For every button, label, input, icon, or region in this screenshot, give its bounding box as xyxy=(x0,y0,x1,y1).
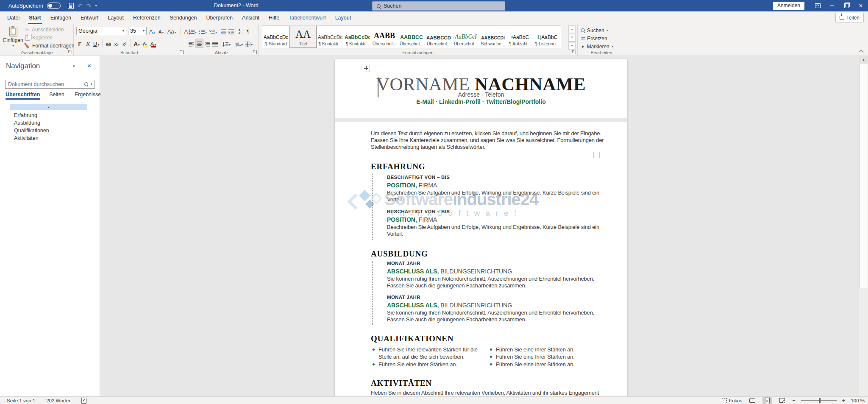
redo-icon[interactable]: ↷ xyxy=(86,3,92,9)
align-right-button[interactable] xyxy=(204,39,211,48)
decrease-indent-button[interactable] xyxy=(220,26,227,36)
style-kontakt2[interactable]: AaBbCcDc ¶ Kontakti... xyxy=(344,26,371,48)
style-ueberschrift1[interactable]: AABB Überschrif... xyxy=(371,26,398,48)
tab-start[interactable]: Start xyxy=(24,11,45,24)
word-count[interactable]: 202 Wörter xyxy=(46,398,70,403)
skill-right-3[interactable]: Führen Sie eine Ihrer Stärken an. xyxy=(496,361,575,368)
table-move-handle-icon[interactable] xyxy=(363,65,370,72)
tab-referenzen[interactable]: Referenzen xyxy=(128,11,165,24)
style-titel[interactable]: AA Titel xyxy=(289,26,317,48)
nav-tab-seiten[interactable]: Seiten xyxy=(49,92,64,100)
style-aufzaehlung[interactable]: • AaBbC ¶ Aufzähl... xyxy=(506,26,534,48)
skill-left-1-line2[interactable]: Stelle an, auf die Sie sich bewerben. xyxy=(378,354,465,360)
style-ueberschrift3[interactable]: AABBCCD Überschrif... xyxy=(425,26,452,48)
tab-entwurf[interactable]: Entwurf xyxy=(76,11,103,24)
skill-left-2[interactable]: Führen Sie eine Ihrer Stärken an. xyxy=(378,361,457,368)
shading-button[interactable]: ▾ xyxy=(234,39,244,48)
job1-description[interactable]: Beschreiben Sie Aufgaben und Erfolge, Wi… xyxy=(387,189,599,203)
align-left-button[interactable] xyxy=(188,39,195,48)
subscript-button[interactable]: x₂ xyxy=(113,39,120,48)
absatz-dialog-launcher-icon[interactable] xyxy=(253,50,257,54)
share-button[interactable]: Teilen xyxy=(835,13,864,22)
copy-button[interactable]: Kopieren xyxy=(25,34,74,41)
nav-heading-qualifikationen[interactable]: Qualifikationen xyxy=(14,128,49,134)
proofing-icon[interactable] xyxy=(81,398,86,404)
select-button[interactable]: ➤ Markieren ▾ xyxy=(581,43,613,50)
zoom-slider[interactable] xyxy=(801,400,837,401)
bold-button[interactable]: F xyxy=(76,39,83,48)
format-painter-button[interactable]: Format übertragen xyxy=(25,42,74,49)
heading-aktivitaeten[interactable]: AKTIVITÄTEN xyxy=(371,379,432,388)
navigation-pane-close-icon[interactable]: × xyxy=(87,62,91,69)
numbering-button[interactable]: ▾ xyxy=(198,26,208,36)
tab-tabellen-layout[interactable]: Layout xyxy=(331,11,356,24)
zoom-in-button[interactable]: + xyxy=(842,397,846,404)
heading-qualifikationen[interactable]: QUALIFIKATIONEN xyxy=(371,334,453,343)
job1-dates[interactable]: BESCHÄFTIGT VON – BIS xyxy=(387,175,450,180)
edu1-description[interactable]: Sie können ruhig Ihren Notendurchschnitt… xyxy=(387,276,594,289)
style-kontakt1[interactable]: AaBbCcDc ¶ Kontakti... xyxy=(317,26,344,48)
edu2-description[interactable]: Sie können ruhig Ihren Notendurchschnitt… xyxy=(387,309,594,323)
skill-left-1-line1[interactable]: Führen Sie Ihre relevanten Stärken für d… xyxy=(378,346,478,353)
style-standard[interactable]: AaBbCcDc ¶ Standard xyxy=(262,26,289,48)
heading-erfahrung[interactable]: ERFAHRUNG xyxy=(371,162,425,171)
web-layout-button[interactable] xyxy=(777,397,787,404)
zwischenablage-dialog-launcher-icon[interactable] xyxy=(68,50,72,54)
nav-heading-aktivitaeten[interactable]: Aktivitäten xyxy=(14,135,39,141)
shrink-font-button[interactable]: A▾ xyxy=(158,26,165,36)
align-center-button[interactable] xyxy=(195,39,203,48)
nav-heading-erfahrung[interactable]: Erfahrung xyxy=(14,112,37,118)
document-search-dropdown-icon[interactable]: ▾ xyxy=(91,83,92,86)
save-icon[interactable] xyxy=(68,3,74,9)
cut-button[interactable]: ✂ Ausschneiden xyxy=(25,26,74,33)
vertical-scrollbar[interactable]: ▴ xyxy=(859,56,868,396)
document-search-icon[interactable] xyxy=(84,82,88,86)
justify-button[interactable] xyxy=(211,39,219,48)
nav-heading-selected[interactable]: ▴ xyxy=(10,104,87,110)
font-size-combobox[interactable]: 35 ▾ xyxy=(128,27,147,35)
underline-button[interactable]: U▾ xyxy=(92,39,100,48)
nav-heading-ausbildung[interactable]: Ausbildung xyxy=(14,120,40,126)
style-ueberschrift4[interactable]: AaBbCcI Überschrif... xyxy=(452,26,479,48)
edu2-dates[interactable]: MONAT JAHR xyxy=(387,295,420,300)
autosave-toggle[interactable] xyxy=(47,3,61,9)
intro-paragraph[interactable]: Um diesen Text durch eigenen zu ersetzen… xyxy=(371,130,604,151)
style-schwache-hervorhebung[interactable]: AABBCCDI Schwache... xyxy=(479,26,506,48)
contact-line-address-phone[interactable]: Adresse · Telefon xyxy=(335,91,627,98)
page-indicator[interactable]: Seite 1 von 1 xyxy=(7,398,35,403)
tab-ueberpruefen[interactable]: Überprüfen xyxy=(202,11,238,24)
quick-access-toolbar-menu-icon[interactable]: ▾ xyxy=(95,4,97,8)
schriftart-dialog-launcher-icon[interactable] xyxy=(180,50,184,54)
tab-datei[interactable]: Datei xyxy=(3,11,24,24)
find-button[interactable]: Suchen ▾ xyxy=(581,27,613,34)
close-button[interactable]: × xyxy=(854,0,868,11)
bullets-button[interactable]: ▾ xyxy=(188,26,198,36)
line-spacing-button[interactable]: ▾ xyxy=(222,39,231,48)
superscript-button[interactable]: x² xyxy=(121,39,128,48)
font-color-button[interactable]: A▾ xyxy=(150,39,157,48)
increase-indent-button[interactable] xyxy=(228,26,235,36)
navigation-pane-menu-icon[interactable]: ▾ xyxy=(73,64,75,68)
tab-layout[interactable]: Layout xyxy=(103,11,128,24)
collapse-ribbon-icon[interactable] xyxy=(859,50,863,54)
edu2-degree[interactable]: ABSCHLUSS ALS, BILDUNGSEINRICHTUNG xyxy=(387,302,512,309)
search-box[interactable]: Suchen xyxy=(372,1,505,11)
paste-button[interactable]: Einfügen ▾ xyxy=(3,26,24,51)
restore-button[interactable] xyxy=(839,0,854,11)
job2-position[interactable]: POSITION, FIRMA xyxy=(387,216,437,223)
aktivitaeten-paragraph[interactable]: Heben Sie in diesem Abschnitt Ihre relev… xyxy=(371,390,599,396)
contact-line-links[interactable]: E-Mail · LinkedIn-Profil · Twitter/Blog/… xyxy=(335,98,627,105)
tab-tabellenentwurf[interactable]: Tabellenentwurf xyxy=(284,11,331,24)
job2-description[interactable]: Beschreiben Sie Aufgaben und Erfolge, Wi… xyxy=(387,224,599,237)
minimize-button[interactable] xyxy=(825,0,839,11)
nav-tab-ueberschriften[interactable]: Überschriften xyxy=(6,92,40,100)
strikethrough-button[interactable]: ab xyxy=(105,39,112,48)
style-ueberschrift2[interactable]: AABBCC Überschrif... xyxy=(398,26,425,48)
borders-button[interactable]: ▾ xyxy=(244,39,253,48)
job2-dates[interactable]: BESCHÄFTIGT VON – BIS xyxy=(387,209,450,214)
highlight-color-button[interactable]: ▾ xyxy=(142,39,149,48)
edu1-degree[interactable]: ABSCHLUSS ALS, BILDUNGSEINRICHTUNG xyxy=(387,268,512,275)
zoom-level[interactable]: 100 % xyxy=(851,398,865,403)
zoom-out-button[interactable]: − xyxy=(792,397,796,404)
styles-gallery-more-button[interactable]: ▾ xyxy=(568,42,576,50)
